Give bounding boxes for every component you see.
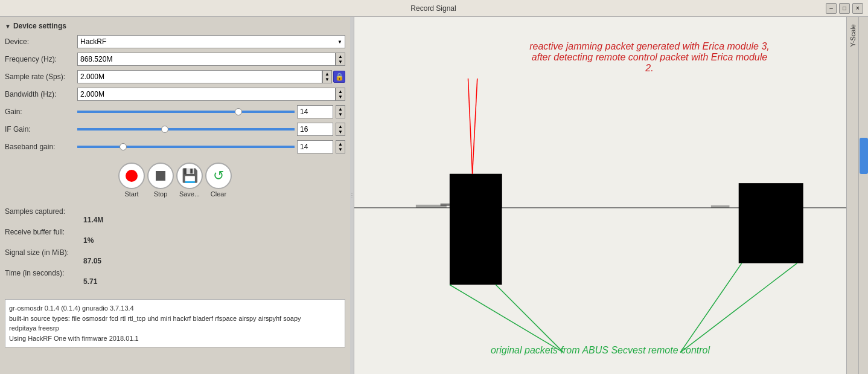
annotation-bottom: original packets from ABUS Secvest remot… (491, 345, 710, 356)
if-gain-up-icon: ▲ (338, 124, 343, 129)
scrollbar-thumb[interactable] (860, 138, 868, 174)
samples-captured-value: 11.4M (5, 216, 345, 224)
frequency-row: Frequency (Hz): ▲ ▼ (5, 53, 345, 66)
sample-rate-input[interactable] (77, 70, 322, 83)
window-controls: – □ × (826, 3, 863, 14)
window-title: Record Signal (41, 4, 826, 13)
time-label: Time (in seconds): (5, 269, 345, 277)
main-content: ▼ Device settings Device: HackRF ▼ Frequ… (0, 17, 868, 374)
sample-rate-up-icon: ▲ (325, 72, 330, 77)
if-gain-down-icon: ▼ (338, 130, 343, 135)
bandwidth-stepper[interactable]: ▲ ▼ (336, 88, 345, 101)
save-button[interactable]: 💾 Save... (176, 163, 203, 198)
restore-icon: □ (843, 5, 846, 11)
clear-label: Clear (211, 190, 226, 198)
lock-icon[interactable]: 🔒 (333, 71, 345, 83)
svg-rect-2 (450, 174, 502, 208)
sample-rate-row: Sample rate (Sps): ▲ ▼ 🔒 (5, 70, 345, 83)
bandwidth-label: Bandwidth (Hz): (5, 90, 77, 98)
device-select-field[interactable]: HackRF ▼ (77, 35, 345, 48)
receive-buffer-row: Receive buffer full: 1% (5, 228, 345, 245)
stop-button-inner (147, 163, 174, 189)
if-gain-row: IF Gain: ▲ ▼ (5, 123, 345, 136)
scrollbar[interactable] (858, 17, 868, 374)
baseband-gain-label: Baseband gain: (5, 143, 77, 151)
baseband-gain-slider[interactable] (77, 146, 295, 148)
samples-captured-label: Samples captured: (5, 207, 345, 216)
signal-svg (354, 17, 846, 374)
svg-rect-6 (441, 204, 450, 206)
bandwidth-input[interactable] (77, 88, 336, 101)
device-label: Device: (5, 37, 77, 46)
log-line-1: gr-osmosdr 0.1.4 (0.1.4) gnuradio 3.7.13… (9, 303, 341, 314)
frequency-up-icon: ▲ (338, 54, 343, 59)
sample-rate-down-icon: ▼ (325, 77, 330, 82)
baseband-gain-value[interactable] (297, 140, 333, 153)
signal-canvas: reactive jamming packet generated with E… (354, 17, 846, 374)
save-button-inner: 💾 (176, 163, 203, 189)
svg-rect-12 (711, 205, 730, 208)
gain-down-icon: ▼ (338, 112, 343, 117)
restore-button[interactable]: □ (839, 3, 850, 14)
device-row: Device: HackRF ▼ (5, 35, 345, 48)
save-label: Save... (179, 190, 200, 198)
y-scale-bar: Y-Scale (846, 17, 858, 374)
baseband-gain-slider-container: ▲ ▼ (77, 140, 345, 153)
start-button[interactable]: Start (118, 163, 145, 198)
gain-slider[interactable] (77, 111, 295, 113)
collapse-icon[interactable]: ▼ (5, 23, 11, 30)
if-gain-label: IF Gain: (5, 125, 77, 134)
bandwidth-input-group: ▲ ▼ (77, 88, 345, 101)
bandwidth-down-icon: ▼ (338, 95, 343, 100)
svg-line-3 (468, 79, 472, 174)
record-icon (126, 170, 138, 182)
right-outer: reactive jamming packet generated with E… (354, 17, 868, 374)
gain-up-icon: ▲ (338, 107, 343, 112)
gain-label: Gain: (5, 108, 77, 116)
clear-button-inner: ↺ (205, 163, 232, 189)
clear-icon: ↺ (213, 168, 224, 184)
title-bar: Record Signal – □ × (0, 0, 868, 17)
baseband-gain-down-icon: ▼ (338, 147, 343, 152)
minimize-button[interactable]: – (826, 3, 837, 14)
stop-label: Stop (154, 190, 168, 198)
log-box: gr-osmosdr 0.1.4 (0.1.4) gnuradio 3.7.13… (5, 299, 345, 347)
device-settings-label: Device settings (13, 22, 66, 30)
frequency-down-icon: ▼ (338, 60, 343, 65)
gain-value[interactable] (297, 105, 333, 118)
save-icon: 💾 (182, 168, 198, 184)
svg-line-10 (680, 263, 742, 353)
gain-stepper[interactable]: ▲ ▼ (336, 105, 345, 118)
clear-button[interactable]: ↺ Clear (205, 163, 232, 198)
sample-rate-stepper[interactable]: ▲ ▼ (322, 70, 332, 83)
samples-captured-row: Samples captured: 11.4M (5, 207, 345, 224)
log-line-3: redpitaya freesrp (9, 323, 341, 334)
y-scale-label: Y-Scale (849, 24, 857, 47)
bandwidth-up-icon: ▲ (338, 89, 343, 94)
close-icon: × (856, 5, 860, 11)
signal-size-label: Signal size (in MiB): (5, 248, 345, 257)
receive-buffer-label: Receive buffer full: (5, 228, 345, 236)
bandwidth-row: Bandwidth (Hz): ▲ ▼ (5, 88, 345, 101)
signal-size-value: 87.05 (5, 257, 345, 265)
device-select[interactable]: HackRF ▼ (77, 35, 345, 48)
gain-slider-container: ▲ ▼ (77, 105, 345, 118)
sample-rate-input-group: ▲ ▼ (77, 70, 332, 83)
minimize-icon: – (829, 5, 833, 11)
stop-icon (156, 171, 165, 181)
frequency-input[interactable] (77, 53, 336, 66)
svg-line-11 (680, 263, 797, 353)
frequency-stepper[interactable]: ▲ ▼ (336, 53, 345, 66)
if-gain-slider-container: ▲ ▼ (77, 123, 345, 136)
baseband-gain-up-icon: ▲ (338, 142, 343, 147)
stats-section: Samples captured: 11.4M Receive buffer f… (5, 205, 345, 292)
time-value: 5.71 (5, 277, 345, 286)
if-gain-value[interactable] (297, 123, 333, 136)
if-gain-slider[interactable] (77, 128, 295, 131)
svg-line-4 (473, 79, 477, 174)
if-gain-stepper[interactable]: ▲ ▼ (336, 123, 345, 136)
baseband-gain-stepper[interactable]: ▲ ▼ (336, 140, 345, 153)
close-button[interactable]: × (852, 3, 863, 14)
stop-button[interactable]: Stop (147, 163, 174, 198)
frequency-label: Frequency (Hz): (5, 55, 77, 63)
